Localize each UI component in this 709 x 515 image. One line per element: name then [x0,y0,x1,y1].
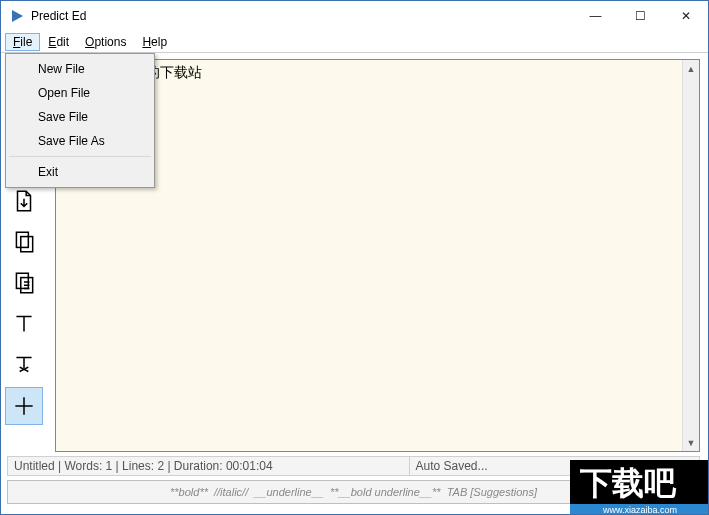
menu-item-open-file[interactable]: Open File [8,81,152,105]
menu-options[interactable]: Options [77,33,134,51]
svg-text:下载吧: 下载吧 [579,465,677,501]
app-icon [9,8,25,24]
vertical-scrollbar[interactable]: ▲ ▼ [682,60,699,451]
hint-underline: __underline__ [254,486,324,498]
tool-text[interactable] [5,305,43,343]
file-menu-dropdown: New File Open File Save File Save File A… [5,53,155,188]
app-title: Predict Ed [31,9,573,23]
status-left: Untitled | Words: 1 | Lines: 2 | Duratio… [7,456,410,476]
svg-marker-0 [12,10,23,22]
watermark-logo: 下载吧 www.xiazaiba.com [570,460,709,515]
window-controls: — ☐ ✕ [573,1,708,31]
menu-item-save-file-as[interactable]: Save File As [8,129,152,153]
menu-item-save-file[interactable]: Save File [8,105,152,129]
menu-separator [9,156,151,157]
maximize-button[interactable]: ☐ [618,1,663,31]
tool-copy[interactable] [5,223,43,261]
menubar: File Edit Options Help [1,31,708,53]
tool-add[interactable] [5,387,43,425]
hint-bold-underline: **__bold underline__** [330,486,441,498]
menu-item-exit[interactable]: Exit [8,160,152,184]
hint-tab: TAB [Suggestions] [447,486,537,498]
minimize-button[interactable]: — [573,1,618,31]
menu-item-new-file[interactable]: New File [8,57,152,81]
svg-rect-3 [16,273,28,288]
tool-paste[interactable] [5,264,43,302]
svg-rect-1 [16,232,28,247]
menu-file[interactable]: File [5,33,40,51]
menu-help[interactable]: Help [134,33,175,51]
hint-italic: //italic// [214,486,248,498]
scroll-up-icon[interactable]: ▲ [683,60,699,77]
svg-text:www.xiazaiba.com: www.xiazaiba.com [602,505,677,515]
svg-rect-2 [21,237,33,252]
scroll-down-icon[interactable]: ▼ [683,434,699,451]
hint-bold: **bold** [170,486,208,498]
titlebar: Predict Ed — ☐ ✕ [1,1,708,31]
close-button[interactable]: ✕ [663,1,708,31]
menu-edit[interactable]: Edit [40,33,77,51]
tool-clear-format[interactable] [5,346,43,384]
